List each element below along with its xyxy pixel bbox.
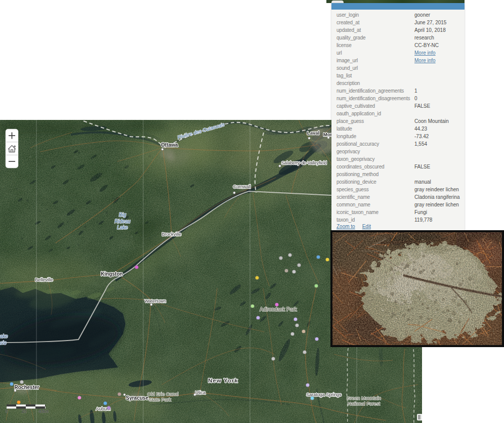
svg-text:Lake: Lake — [117, 225, 128, 230]
svg-text:Green Mountain: Green Mountain — [347, 395, 381, 401]
svg-text:Kingston: Kingston — [101, 271, 122, 277]
svg-text:Ottawa: Ottawa — [161, 142, 178, 148]
svg-text:Laval: Laval — [307, 130, 319, 136]
svg-text:Watertown: Watertown — [145, 299, 166, 304]
svg-text:National Forest: National Forest — [348, 401, 381, 406]
svg-text:Rochester: Rochester — [15, 385, 39, 390]
svg-text:Lake: Lake — [0, 333, 8, 339]
svg-text:Belleville: Belleville — [35, 277, 53, 282]
svg-text:Cornwall: Cornwall — [233, 184, 250, 189]
svg-text:Old Erie Canal: Old Erie Canal — [147, 391, 179, 397]
svg-text:Ontario: Ontario — [0, 340, 7, 346]
svg-text:Rideau: Rideau — [114, 219, 131, 224]
svg-text:State Park: State Park — [149, 397, 172, 402]
svg-text:20: 20 — [22, 409, 27, 414]
svg-text:Big: Big — [119, 212, 127, 218]
svg-text:Salaberry-de-Valleyfield: Salaberry-de-Valleyfield — [281, 160, 327, 165]
svg-text:0: 0 — [6, 409, 8, 414]
svg-text:New York: New York — [208, 377, 238, 384]
svg-text:Utica: Utica — [195, 390, 206, 395]
svg-text:Brockville: Brockville — [162, 232, 182, 237]
svg-text:Syracuse: Syracuse — [126, 395, 149, 401]
svg-text:Adirondack Park: Adirondack Park — [260, 307, 297, 312]
svg-text:40km: 40km — [38, 409, 49, 414]
